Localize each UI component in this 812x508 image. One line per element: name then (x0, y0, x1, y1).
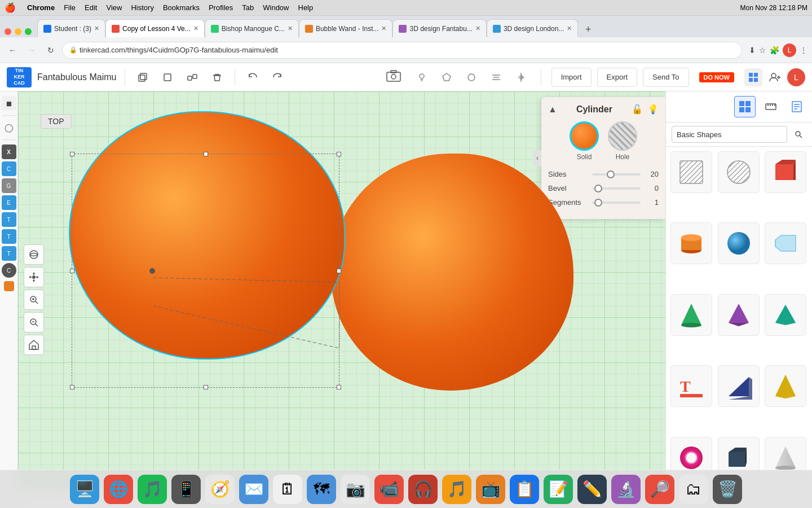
grid-view-icon[interactable] (734, 96, 756, 117)
do-now-badge[interactable]: DO NOW (699, 72, 734, 82)
ungroup-button[interactable] (183, 68, 202, 87)
undo-button[interactable] (243, 68, 262, 87)
download-icon[interactable]: ⬇ (749, 46, 756, 55)
shape-box-hole-1[interactable] (670, 151, 712, 193)
sendto-button[interactable]: Send To (643, 68, 689, 87)
tab-bubble[interactable]: Bubble Wand - Inst... ✕ (299, 19, 393, 37)
menubar-help[interactable]: Help (298, 3, 314, 12)
orange-shape-1[interactable] (69, 111, 345, 360)
canvas-area[interactable]: TOP (18, 91, 665, 508)
menubar-history[interactable]: History (131, 3, 153, 12)
dock-chrome[interactable]: 🌐 (104, 475, 133, 504)
tab-close-1[interactable]: ✕ (94, 25, 99, 32)
menubar-chrome[interactable]: Chrome (27, 3, 55, 12)
shape-cone-green[interactable] (670, 294, 712, 336)
menubar-view[interactable]: View (106, 3, 122, 12)
camera-button[interactable] (385, 68, 402, 87)
menubar-bookmarks[interactable]: Bookmarks (163, 3, 200, 12)
shapes-search-button[interactable] (791, 126, 806, 142)
sidebar-icon-5[interactable]: G (2, 178, 16, 193)
tinkercad-logo[interactable]: TINKERCAD (7, 67, 32, 87)
mirror-icon[interactable] (511, 68, 531, 87)
reload-button[interactable]: ↻ (43, 42, 59, 58)
shape-wedge-blue[interactable] (718, 365, 760, 407)
apple-menu[interactable]: 🍎 (5, 2, 16, 13)
dock-podcasts[interactable]: 🎧 (408, 475, 438, 504)
profile-icon[interactable]: L (783, 43, 796, 57)
dock-trash[interactable]: 🗑️ (713, 475, 742, 504)
segments-slider[interactable] (592, 202, 641, 204)
tab-lesson4[interactable]: Copy of Lesson 4 Ve... ✕ (105, 19, 205, 37)
dock-music[interactable]: 🎵 (442, 475, 471, 504)
sidebar-icon-11[interactable] (4, 281, 14, 291)
home-view-button[interactable] (24, 335, 44, 355)
shape-pyramid-purple[interactable] (718, 294, 760, 336)
menubar-edit[interactable]: Edit (85, 3, 97, 12)
dock-reminders[interactable]: 📋 (510, 475, 539, 504)
bookmark-icon[interactable]: ☆ (759, 46, 766, 55)
dock-finder[interactable]: 🖥️ (70, 475, 99, 504)
maximize-window-btn[interactable] (25, 28, 32, 35)
delete-button[interactable] (208, 68, 227, 87)
shape-pyramid-yellow[interactable] (765, 365, 806, 407)
dock-maps[interactable]: 🗺 (307, 475, 336, 504)
dock-sketch[interactable]: ✏️ (577, 475, 607, 504)
grid-view-button[interactable] (744, 68, 762, 86)
menubar-window[interactable]: Window (263, 3, 289, 12)
bevel-slider[interactable] (592, 187, 641, 190)
sidebar-icon-10[interactable]: C (2, 263, 16, 278)
sides-slider[interactable] (592, 173, 641, 176)
dock-facetime[interactable]: 📹 (374, 475, 404, 504)
dock-spotify[interactable]: 🎵 (138, 475, 167, 504)
segments-thumb[interactable] (594, 199, 602, 207)
dock-calendar[interactable]: 🗓 (273, 475, 302, 504)
menubar-file[interactable]: File (64, 3, 76, 12)
orange-shape-2[interactable] (331, 154, 573, 391)
menubar-tab[interactable]: Tab (242, 3, 254, 12)
redo-button[interactable] (268, 68, 287, 87)
orbit-button[interactable] (24, 244, 44, 265)
tab-close-6[interactable]: ✕ (567, 25, 572, 32)
bulb-property-icon[interactable]: 💡 (647, 104, 659, 115)
bevel-thumb[interactable] (594, 185, 602, 192)
tab-close-2[interactable]: ✕ (193, 25, 198, 32)
align-icon[interactable] (487, 68, 506, 87)
dock-notes[interactable]: 📝 (544, 475, 573, 504)
shape-sphere[interactable] (718, 222, 760, 264)
menubar-profiles[interactable]: Profiles (209, 3, 233, 12)
dock-tv[interactable]: 📺 (476, 475, 505, 504)
lock-property-icon[interactable]: 🔓 (632, 104, 643, 115)
sidebar-icon-8[interactable]: T (2, 229, 16, 244)
address-input[interactable]: 🔒 tinkercad.com/things/4CuidmGOp7G-fanta… (62, 42, 742, 59)
dock-photos[interactable]: 📷 (341, 475, 370, 504)
dock-zoom[interactable]: 🔎 (645, 475, 674, 504)
add-user-button[interactable] (766, 68, 784, 86)
sidebar-icon-6[interactable]: E (2, 195, 16, 210)
polygon-icon[interactable] (437, 68, 456, 87)
export-button[interactable]: Export (597, 68, 638, 87)
solid-option[interactable]: Solid (570, 121, 599, 161)
sidebar-icon-2[interactable]: ◯ (2, 120, 16, 135)
dock-arduino[interactable]: 🔬 (611, 475, 641, 504)
shape-cylinder-solid[interactable] (670, 222, 712, 264)
extensions-icon[interactable]: 🧩 (770, 46, 779, 55)
cylinder-panel-arrow[interactable]: ▲ (548, 104, 557, 115)
dock-xcode[interactable]: 📱 (171, 475, 201, 504)
pan-button[interactable] (24, 267, 44, 287)
duplicate-button[interactable] (133, 68, 152, 87)
shape-prism-teal[interactable] (765, 294, 806, 336)
ruler-view-icon[interactable] (760, 96, 782, 117)
dock-mail[interactable]: ✉️ (239, 475, 268, 504)
tab-close-4[interactable]: ✕ (381, 25, 386, 32)
circle-icon[interactable] (462, 68, 481, 87)
minimize-window-btn[interactable] (15, 28, 21, 35)
copy-button[interactable] (158, 68, 177, 87)
shape-cylinder-hole[interactable] (718, 151, 760, 193)
zoom-out-button[interactable] (24, 312, 44, 332)
back-button[interactable]: ← (5, 42, 20, 58)
shape-connector[interactable] (765, 222, 806, 264)
sidebar-icon-3[interactable]: X (2, 144, 16, 159)
panel-collapse-button[interactable]: ‹ (533, 150, 541, 166)
tab-3d-london[interactable]: 3D design London... ✕ (487, 19, 578, 37)
sidebar-icon-9[interactable]: T (2, 246, 16, 261)
